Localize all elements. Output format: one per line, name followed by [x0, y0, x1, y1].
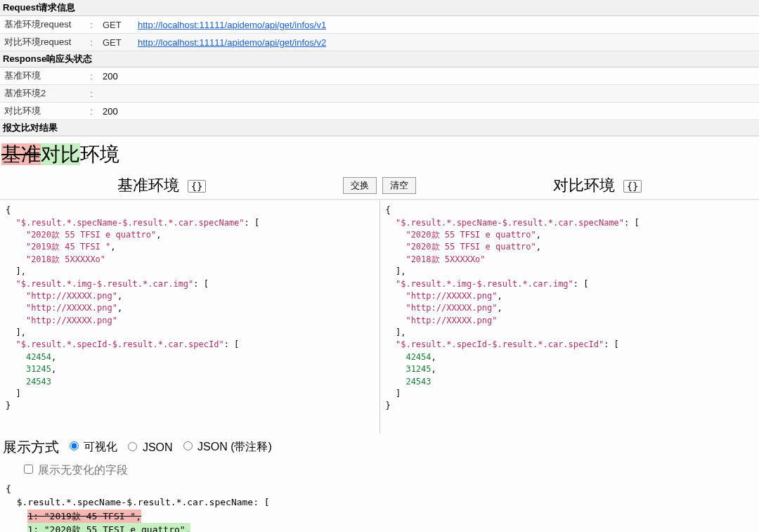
response-value: 200 — [98, 103, 759, 120]
request-base-url[interactable]: http://localhost:11111/apidemo/api/get/i… — [138, 20, 326, 30]
radio-json-annot-input[interactable] — [183, 441, 193, 450]
request-row-compare: 对比环境request : GET http://localhost:11111… — [0, 34, 759, 51]
show-unchanged-label[interactable]: 展示无变化的字段 — [21, 464, 128, 476]
pane-header-left: 基准环境 {} — [0, 172, 323, 199]
request-compare-label: 对比环境request — [0, 34, 84, 51]
sep: : — [84, 85, 98, 103]
request-compare-url[interactable]: http://localhost:11111/apidemo/api/get/i… — [138, 37, 326, 48]
diff-title-del: 基准 — [1, 143, 41, 165]
response-label: 基准环境 — [0, 67, 84, 85]
radio-visual-input[interactable] — [70, 441, 79, 450]
display-mode-label: 展示方式 — [3, 438, 59, 457]
radio-visual-text: 可视化 — [84, 441, 117, 453]
radio-json-annot-text: JSON (带注释) — [197, 441, 272, 453]
pane-header-left-text: 基准环境 — [117, 176, 179, 194]
clear-button[interactable]: 清空 — [382, 177, 416, 194]
radio-json[interactable]: JSON — [124, 440, 172, 454]
response-value: 200 — [98, 67, 759, 85]
sep: : — [84, 103, 98, 120]
response-section-header: Response响应头状态 — [0, 51, 759, 67]
request-base-label: 基准环境request — [0, 16, 84, 34]
radio-visual[interactable]: 可视化 — [66, 439, 117, 455]
diff-title-rest: 环境 — [80, 143, 119, 165]
response-table: 基准环境 : 200 基准环境2 : 对比环境 : 200 — [0, 67, 759, 120]
report-section-header: 报文比对结果 — [0, 120, 759, 136]
center-controls: 交换 清空 — [323, 177, 436, 194]
response-row: 基准环境 : 200 — [0, 67, 759, 85]
response-label: 对比环境 — [0, 103, 84, 120]
radio-json-annot[interactable]: JSON (带注释) — [180, 439, 272, 455]
response-value — [98, 85, 759, 103]
sep: : — [84, 34, 98, 51]
radio-json-input[interactable] — [128, 442, 137, 451]
json-pane-right[interactable]: { "$.result.*.specName-$.result.*.car.sp… — [380, 200, 760, 434]
request-section-header: Request请求信息 — [0, 0, 759, 16]
display-mode-row: 展示方式 可视化 JSON JSON (带注释) — [0, 434, 759, 461]
response-label: 基准环境2 — [0, 85, 84, 103]
request-table: 基准环境request : GET http://localhost:11111… — [0, 16, 759, 51]
diff-title: 基准对比环境 — [0, 136, 759, 172]
pane-header-right: 对比环境 {} — [436, 172, 759, 199]
show-unchanged-row: 展示无变化的字段 — [0, 461, 759, 482]
response-row: 基准环境2 : — [0, 85, 759, 103]
response-row: 对比环境 : 200 — [0, 103, 759, 120]
diff-output: { $.result.*.specName-$.result.*.car.spe… — [0, 482, 759, 532]
diff-title-add: 对比 — [41, 143, 80, 165]
json-pane-left[interactable]: { "$.result.*.specName-$.result.*.car.sp… — [0, 200, 380, 434]
pane-header-row: 基准环境 {} 交换 清空 对比环境 {} — [0, 172, 759, 200]
sep: : — [84, 16, 98, 34]
request-method: GET — [98, 16, 134, 34]
radio-json-text: JSON — [143, 441, 173, 453]
pane-header-right-text: 对比环境 — [553, 176, 615, 194]
show-unchanged-text: 展示无变化的字段 — [38, 464, 128, 476]
show-unchanged-checkbox[interactable] — [24, 465, 33, 474]
format-right-button[interactable]: {} — [623, 180, 642, 193]
panes: { "$.result.*.specName-$.result.*.car.sp… — [0, 200, 759, 434]
request-row-base: 基准环境request : GET http://localhost:11111… — [0, 16, 759, 34]
sep: : — [84, 67, 98, 85]
request-method: GET — [98, 34, 134, 51]
swap-button[interactable]: 交换 — [343, 177, 377, 194]
format-left-button[interactable]: {} — [188, 180, 207, 193]
